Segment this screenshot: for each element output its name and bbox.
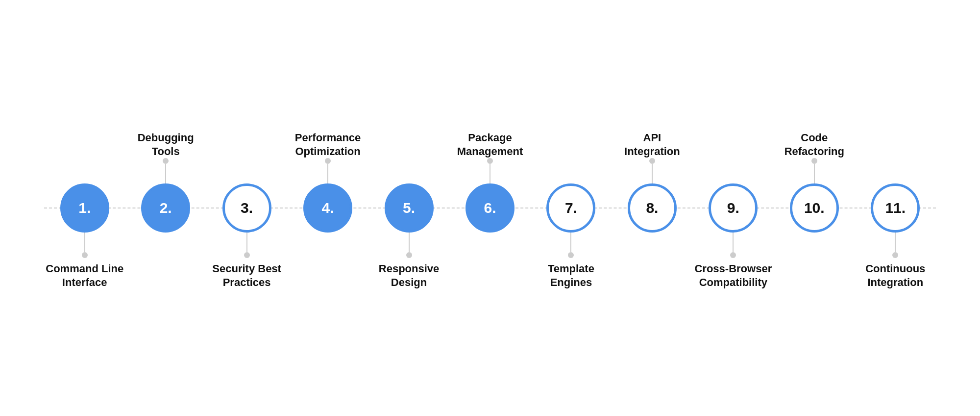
bottom-label-text-11: ContinuousIntegration xyxy=(865,262,925,289)
top-label-text-8: APIIntegration xyxy=(624,131,680,158)
circle-node-11[interactable]: 11. xyxy=(871,183,920,233)
node-wrapper-4: PerformanceOptimization4. xyxy=(287,79,368,337)
top-label-text-6: PackageManagement xyxy=(457,131,523,158)
node-number-4: 4. xyxy=(322,200,334,216)
top-label-8: APIIntegration xyxy=(624,79,680,158)
circle-node-1[interactable]: 1. xyxy=(60,183,109,233)
connector-dot-bottom-2 xyxy=(163,252,169,258)
bottom-label-5: ResponsiveDesign xyxy=(379,258,440,337)
node-number-11: 11. xyxy=(885,200,906,216)
top-label-2: DebuggingTools xyxy=(138,79,194,158)
connector-dot-bottom-5 xyxy=(406,252,412,258)
node-number-7: 7. xyxy=(565,200,577,216)
node-wrapper-8: APIIntegration8. xyxy=(612,79,692,337)
bottom-label-11: ContinuousIntegration xyxy=(865,258,925,337)
circle-node-7[interactable]: 7. xyxy=(546,183,595,233)
node-number-6: 6. xyxy=(484,200,496,216)
top-label-text-4: PerformanceOptimization xyxy=(295,131,361,158)
node-wrapper-9: 9.Cross-BrowserCompatibility xyxy=(693,79,774,337)
top-label-6: PackageManagement xyxy=(457,79,523,158)
connector-top-8 xyxy=(652,164,653,183)
connector-bottom-11 xyxy=(895,233,896,252)
circle-node-6[interactable]: 6. xyxy=(466,183,514,233)
connector-dot-bottom-11 xyxy=(892,252,898,258)
node-number-2: 2. xyxy=(160,200,172,216)
connector-dot-top-6 xyxy=(487,158,493,164)
connector-dot-top-4 xyxy=(325,158,331,164)
connector-dot-top-5 xyxy=(406,158,412,164)
connector-dot-bottom-4 xyxy=(325,252,331,258)
node-wrapper-10: CodeRefactoring10. xyxy=(774,79,855,337)
circle-node-5[interactable]: 5. xyxy=(385,183,434,233)
connector-dot-bottom-9 xyxy=(730,252,736,258)
bottom-label-text-7: TemplateEngines xyxy=(548,262,594,289)
connector-dot-top-10 xyxy=(811,158,817,164)
top-label-text-2: DebuggingTools xyxy=(138,131,194,158)
connector-bottom-8 xyxy=(652,233,653,252)
connector-top-4 xyxy=(327,164,328,183)
connector-bottom-1 xyxy=(84,233,85,252)
top-label-text-10: CodeRefactoring xyxy=(784,131,844,158)
node-wrapper-7: 7.TemplateEngines xyxy=(531,79,612,337)
connector-bottom-6 xyxy=(490,233,490,252)
connector-bottom-3 xyxy=(246,233,247,252)
circle-node-3[interactable]: 3. xyxy=(222,183,271,233)
node-wrapper-1: 1.Command LineInterface xyxy=(44,79,125,337)
connector-bottom-5 xyxy=(409,233,410,252)
node-wrapper-6: PackageManagement6. xyxy=(449,79,530,337)
connector-dot-top-2 xyxy=(163,158,169,164)
bottom-label-text-1: Command LineInterface xyxy=(46,262,123,289)
connector-dot-bottom-10 xyxy=(811,252,817,258)
bottom-label-text-5: ResponsiveDesign xyxy=(379,262,440,289)
connector-dot-top-3 xyxy=(244,158,250,164)
node-number-8: 8. xyxy=(646,200,658,216)
circle-node-2[interactable]: 2. xyxy=(141,183,190,233)
connector-dot-bottom-6 xyxy=(487,252,493,258)
circle-node-8[interactable]: 8. xyxy=(628,183,677,233)
top-label-4: PerformanceOptimization xyxy=(295,79,361,158)
connector-bottom-10 xyxy=(814,233,815,252)
connector-top-3 xyxy=(246,164,247,183)
timeline-wrapper: 1.Command LineInterfaceDebuggingTools2.3… xyxy=(24,36,956,380)
circle-node-10[interactable]: 10. xyxy=(790,183,839,233)
connector-top-5 xyxy=(409,164,410,183)
bottom-label-text-3: Security BestPractices xyxy=(212,262,281,289)
connector-dot-bottom-1 xyxy=(82,252,88,258)
connector-dot-bottom-8 xyxy=(649,252,655,258)
connector-top-9 xyxy=(733,164,734,183)
node-number-10: 10. xyxy=(804,200,825,216)
node-wrapper-2: DebuggingTools2. xyxy=(125,79,206,337)
connector-top-11 xyxy=(895,164,896,183)
connector-top-7 xyxy=(570,164,571,183)
connector-dot-top-8 xyxy=(649,158,655,164)
node-wrapper-11: 11.ContinuousIntegration xyxy=(855,79,936,337)
node-number-1: 1. xyxy=(78,200,91,216)
bottom-label-3: Security BestPractices xyxy=(212,258,281,337)
node-wrapper-5: 5.ResponsiveDesign xyxy=(368,79,449,337)
connector-top-1 xyxy=(84,164,85,183)
connector-top-6 xyxy=(490,164,490,183)
connector-dot-top-7 xyxy=(568,158,574,164)
circle-node-4[interactable]: 4. xyxy=(303,183,352,233)
node-number-9: 9. xyxy=(727,200,739,216)
connector-dot-bottom-7 xyxy=(568,252,574,258)
connector-dot-top-1 xyxy=(82,158,88,164)
bottom-label-text-9: Cross-BrowserCompatibility xyxy=(694,262,772,289)
connector-bottom-4 xyxy=(327,233,328,252)
timeline-container: 1.Command LineInterfaceDebuggingTools2.3… xyxy=(24,36,956,380)
connector-bottom-9 xyxy=(733,233,734,252)
node-number-5: 5. xyxy=(403,200,415,216)
connector-dot-bottom-3 xyxy=(244,252,250,258)
circle-node-9[interactable]: 9. xyxy=(709,183,758,233)
nodes-row: 1.Command LineInterfaceDebuggingTools2.3… xyxy=(24,79,956,337)
connector-top-2 xyxy=(165,164,166,183)
bottom-label-7: TemplateEngines xyxy=(548,258,594,337)
connector-dot-top-9 xyxy=(730,158,736,164)
connector-bottom-7 xyxy=(570,233,571,252)
bottom-label-9: Cross-BrowserCompatibility xyxy=(694,258,772,337)
connector-dot-top-11 xyxy=(892,158,898,164)
node-number-3: 3. xyxy=(241,200,253,216)
connector-bottom-2 xyxy=(165,233,166,252)
top-label-10: CodeRefactoring xyxy=(784,79,844,158)
bottom-label-1: Command LineInterface xyxy=(46,258,123,337)
